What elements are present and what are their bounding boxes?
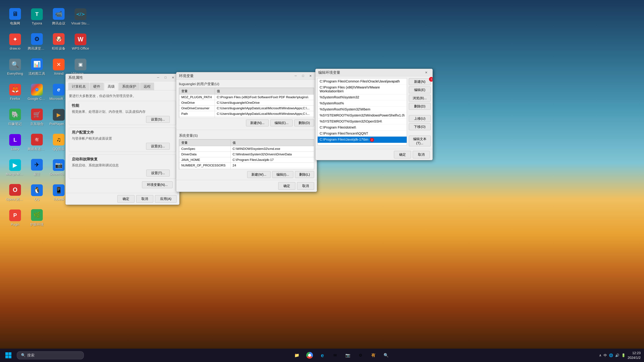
editenv-item[interactable]: C:\Program Files\Tencent\QQNT [318, 131, 407, 137]
sysprop-close-button[interactable]: ✕ [169, 74, 176, 81]
user-vars-new-button[interactable]: 新建(N)... [246, 119, 268, 126]
user-var-row[interactable]: MOZ_PLUGIN_PATHC:\Program Files (x86)\Fo… [179, 94, 314, 100]
performance-settings-button[interactable]: 设置(S)... [146, 116, 170, 123]
tab-advanced[interactable]: 高级 [104, 83, 118, 90]
editenv-item[interactable]: %SystemRoot% [318, 100, 407, 106]
user-var-row[interactable]: OneDriveC:\Users\liuguanglei\OneDrive [179, 100, 314, 106]
envvar-ok-button[interactable]: 确定 [278, 182, 295, 190]
editenv-item[interactable]: C:\Program Files\dotnet\ [318, 124, 407, 131]
editenv-list[interactable]: C:\Program Files\Common Files\Oracle\Jav… [318, 78, 407, 145]
user-vars-table-container[interactable]: 变量 值 MOZ_PLUGIN_PATHC:\Program Files (x8… [179, 88, 314, 118]
editenv-ok-button[interactable]: 确定 [394, 151, 411, 158]
sys-var-row[interactable]: DriverDataC:\Windows\System32\Drivers\Dr… [179, 152, 314, 157]
editenv-item[interactable]: C:\Program Files\Java\jdk-17\bin 2 [318, 137, 407, 143]
taskbar-settings-app[interactable]: ⚙ [356, 350, 366, 360]
sysprop-cancel-button[interactable]: 取消 [136, 195, 153, 203]
startup-settings-button[interactable]: 设置(T)... [146, 170, 170, 176]
editenv-up-button[interactable]: 上移(U) [409, 115, 431, 122]
envvar-cancel-button[interactable]: 取消 [297, 182, 314, 190]
desktop-icon-diannao[interactable]: 🖥 电脑网 [5, 5, 25, 28]
desktop-icon-netease[interactable]: 有 网易有道翻译 [27, 131, 47, 154]
sysprop-minimize-button[interactable]: ─ [154, 74, 162, 81]
desktop-icon-jingdong[interactable]: 🛒 京东场合 [27, 106, 47, 129]
user-profiles-settings-button[interactable]: 设置(E)... [146, 143, 170, 150]
editenv-item[interactable]: C:\Program Files (x86)\VMware\VMware Wor… [318, 84, 407, 94]
editenv-close-button[interactable]: ✕ [422, 69, 430, 76]
taskbar-camera-app[interactable]: 📷 [343, 350, 353, 360]
system-vars-edit-button[interactable]: 编辑(I)... [272, 171, 293, 178]
user-vars-delete-button[interactable]: 删除(D) [294, 119, 314, 126]
desktop-icon-liucheng[interactable]: 📊 流程图工具 [27, 55, 47, 79]
sys-var-row[interactable]: JAVA_HOMEC:\Program Files\Java\jdk-17 [179, 157, 314, 163]
sys-var-row[interactable]: OSWindows_NT [179, 168, 314, 170]
desktop-icon-wangwang[interactable]: 🐶 旺旺设备 [49, 30, 69, 54]
sysprop-titlebar[interactable]: 系统属性 ─ □ ✕ [66, 74, 179, 81]
tray-arrow-icon[interactable]: ∧ [599, 353, 602, 357]
desktop-icon-macgo[interactable]: ▶ Macgo Mac... [5, 156, 25, 179]
tray-network-icon[interactable]: 🌐 [609, 353, 613, 357]
editenv-new-button[interactable]: 新建(N) [409, 78, 431, 85]
taskbar-search-box[interactable]: 🔍 搜索 [17, 351, 84, 359]
desktop-icon-vscode[interactable]: ≺/≻ Visual Studio Code [70, 5, 90, 28]
user-var-row[interactable]: PathC:\Users\liuguanglei\AppData\Local\M… [179, 111, 314, 117]
tab-computer-name[interactable]: 计算机名 [68, 83, 90, 90]
desktop-icon-chrome[interactable]: Google Chrome [27, 80, 47, 104]
taskbar-chrome-app[interactable] [304, 350, 314, 360]
editenv-item[interactable]: %SYSTEMROOT%\System32\OpenSSH\ [318, 118, 407, 124]
system-vars-new-button[interactable]: 新建(W)... [247, 171, 270, 178]
taskbar-edge-app[interactable]: e [317, 350, 327, 360]
taskbar-start-button[interactable] [3, 350, 14, 360]
desktop-icon-tidu[interactable]: ✈ 翟注 [27, 156, 47, 179]
desktop-icon-listry[interactable]: L Listry [5, 131, 25, 154]
envvar-minimize-button[interactable]: ─ [292, 72, 299, 80]
user-var-row[interactable]: TEMPC:\Users\liuguanglei\AppData\Local\T… [179, 117, 314, 118]
sys-var-row[interactable]: ComSpecC:\WINDOWS\system32\cmd.exe [179, 146, 314, 152]
tab-remote[interactable]: 远程 [140, 83, 154, 90]
tray-speaker-icon[interactable]: 🔊 [615, 353, 619, 357]
desktop-icon-opera[interactable]: O Opera 浏览器 [5, 181, 25, 204]
desktop-icon-notepad[interactable]: 🐘 印象笔记 [5, 106, 25, 129]
envvar-maximize-button[interactable]: □ [299, 72, 307, 80]
sys-var-row[interactable]: NUMBER_OF_PROCESSORS24 [179, 163, 314, 168]
taskbar-file-explorer[interactable]: 📁 [292, 350, 302, 360]
taskbar-mail-app[interactable]: ✉ [330, 350, 340, 360]
user-var-row[interactable]: OneDriveConsumerC:\Users\liuguanglei\App… [179, 106, 314, 111]
editenv-browse-button[interactable]: 浏览(B)... [409, 95, 431, 102]
envvar-close-button[interactable]: ✕ [307, 72, 314, 80]
editenv-down-button[interactable]: 下移(O) [409, 123, 431, 130]
desktop-icon-typora[interactable]: T Typora [27, 5, 47, 28]
taskbar-ya-app[interactable]: 有 [368, 350, 378, 360]
editenv-item[interactable]: %SystemRoot%\System32\Wbem [318, 106, 407, 112]
desktop-icon-plugin[interactable]: P Pugin [5, 206, 25, 230]
desktop-icon-huifu[interactable]: 🌿 护眼环境 [27, 206, 47, 230]
desktop-icon-firefox[interactable]: 🦊 Firefox [5, 80, 25, 104]
desktop-icon-meeting[interactable]: 📹 腾讯会议 [49, 5, 69, 28]
desktop-icon-wps[interactable]: W WPS Office [70, 30, 90, 54]
system-vars-delete-button[interactable]: 删除(L) [295, 171, 314, 178]
editenv-titlebar[interactable]: 编辑环境变量 ✕ [316, 69, 432, 76]
user-vars-edit-button[interactable]: 编辑(E)... [270, 119, 293, 126]
editenv-item[interactable]: %SystemRoot%\system32 [318, 94, 407, 100]
editenv-item[interactable]: %SYSTEMROOT%\System32\WindowsPowerShell\… [318, 112, 407, 118]
taskbar-search-app[interactable]: 🔍 [381, 350, 391, 360]
editenv-delete-button[interactable]: 删除(D) [409, 103, 431, 110]
sysprop-maximize-button[interactable]: □ [162, 74, 169, 81]
desktop-icon-drawio[interactable]: ✦ draw.io [5, 30, 25, 54]
tab-system-protection[interactable]: 系统保护 [118, 83, 140, 90]
system-vars-table-container[interactable]: 变量 值 ComSpecC:\WINDOWS\system32\cmd.exeD… [179, 139, 314, 169]
editenv-edit-button[interactable]: 编辑(E) [409, 86, 431, 93]
desktop-icon-qq[interactable]: 🐧 QQ [27, 181, 47, 204]
envvar-titlebar[interactable]: 环境变量 ─ □ ✕ [176, 72, 317, 80]
editenv-edit-text-button[interactable]: 编辑文本(T)... [409, 136, 431, 146]
sysprop-ok-button[interactable]: 确定 [118, 195, 134, 203]
taskbar-clock[interactable]: 12:23 2024/1/2 [628, 351, 641, 360]
tab-hardware[interactable]: 硬件 [90, 83, 104, 90]
tray-battery-icon[interactable]: 🔋 [621, 353, 626, 357]
editenv-item[interactable]: C:\Program Files\Common Files\Oracle\Jav… [318, 78, 407, 84]
env-variables-button[interactable]: 环境变量(N)... [142, 181, 172, 188]
desktop-icon-everything[interactable]: 🔍 Everything [5, 55, 25, 79]
editenv-cancel-button[interactable]: 取消 [413, 151, 430, 158]
sysprop-apply-button[interactable]: 应用(A) [155, 195, 176, 203]
desktop-icon-qqtools[interactable]: ⚙ 腾讯课堂设置器 [27, 30, 47, 54]
tray-keyboard-icon[interactable]: 中 [604, 353, 607, 358]
